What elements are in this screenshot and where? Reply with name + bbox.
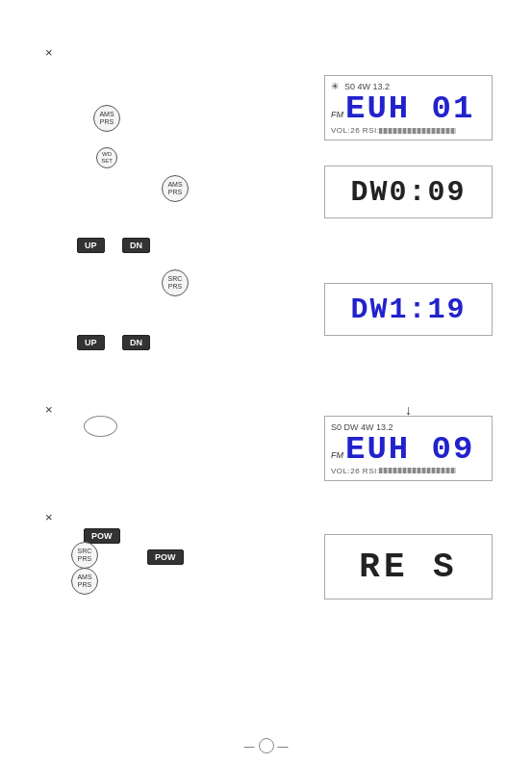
src-prs-label-1: SRCPRS (168, 275, 183, 290)
page-number: — — (244, 738, 289, 753)
src-prs-label-2: SRCPRS (78, 548, 92, 562)
x-marker-3: × (45, 510, 53, 524)
ams-prs-label-1: AMSPRS (99, 111, 114, 125)
up-button-2[interactable]: UP (77, 335, 105, 350)
rsi-bar-4 (379, 468, 456, 473)
src-prs-button-1[interactable]: SRCPRS (162, 269, 189, 296)
wd-set-button[interactable]: WDSET (96, 147, 117, 168)
display-status-1: S0 4W 13.2 (344, 82, 390, 91)
display-top-row-4: S0 DW 4W 13.2 (331, 422, 486, 432)
x-marker-2: × (45, 402, 53, 417)
page-dash-right: — (278, 740, 289, 752)
pow-button-2[interactable]: POW (147, 549, 184, 565)
dn-button-1[interactable]: DN (122, 238, 150, 253)
display-status-4: S0 DW 4W 13.2 (331, 422, 393, 432)
fm-label-1: FM (331, 110, 343, 119)
ams-prs-button-3[interactable]: AMSPRS (71, 568, 98, 595)
display-main-1: EUH 01 (345, 92, 474, 125)
display-dw119: DW1:19 (324, 283, 493, 336)
display-euh09: S0 DW 4W 13.2 FM EUH 09 VOL:26 RSI: (324, 416, 493, 481)
pow-button-1[interactable]: POW (84, 528, 120, 544)
display-dw009: DW0:09 (324, 166, 493, 218)
display-main-4: EUH 09 (345, 433, 474, 466)
ams-prs-button-1[interactable]: AMSPRS (93, 105, 120, 132)
ams-prs-label-3: AMSPRS (77, 574, 91, 588)
antenna-icon-1: ✳ (331, 81, 339, 91)
src-prs-button-2[interactable]: SRCPRS (71, 542, 98, 569)
wd-set-label: WDSET (101, 151, 113, 164)
display-bottom-4: VOL:26 RSI: (331, 467, 456, 475)
up-button-1[interactable]: UP (77, 238, 105, 253)
fm-label-4: FM (331, 450, 343, 460)
ams-prs-button-2[interactable]: AMSPRS (162, 175, 189, 202)
display-main-3: DW1:19 (350, 293, 466, 326)
display-euh01: ✳ S0 4W 13.2 FM EUH 01 VOL:26 RSI: (324, 75, 493, 140)
page-circle (259, 738, 274, 753)
page-dash-left: — (244, 740, 255, 752)
ams-prs-label-2: AMSPRS (167, 181, 182, 195)
x-marker-1: × (45, 45, 53, 60)
oval-shape (84, 416, 117, 437)
display-main-2: DW0:09 (350, 176, 466, 209)
rsi-bar-1 (379, 128, 456, 134)
display-bottom-1: VOL:26 RSI: (331, 126, 456, 135)
display-main-5: RE S (359, 548, 457, 587)
dn-button-2[interactable]: DN (122, 335, 150, 350)
display-res: RE S (324, 534, 493, 599)
